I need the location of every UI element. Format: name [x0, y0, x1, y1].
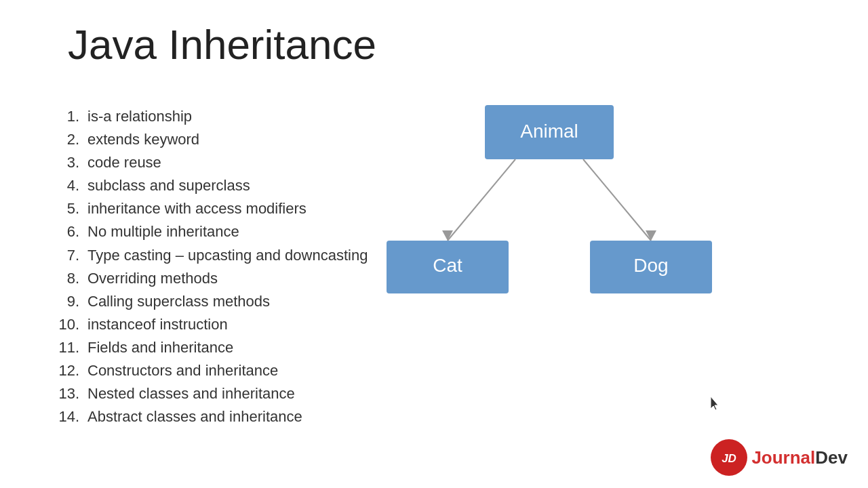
- list-item-2: 2.extends keyword: [51, 128, 368, 151]
- list-text: Fields and inheritance: [87, 336, 233, 359]
- list-item-1: 1.is-a relationship: [51, 105, 368, 128]
- list-num: 6.: [51, 220, 79, 243]
- list-item-13: 13.Nested classes and inheritance: [51, 382, 368, 405]
- logo: JD JournalDev: [711, 439, 848, 476]
- list-num: 5.: [51, 197, 79, 220]
- list-item-3: 3.code reuse: [51, 151, 368, 174]
- list-text: is-a relationship: [87, 105, 192, 128]
- list-item-10: 10.instanceof instruction: [51, 313, 368, 336]
- list-item-8: 8.Overriding methods: [51, 267, 368, 290]
- svg-line-2: [583, 159, 651, 241]
- cat-label: Cat: [433, 255, 462, 276]
- svg-text:JD: JD: [722, 452, 737, 465]
- topic-list: 1.is-a relationship2.extends keyword3.co…: [51, 105, 368, 428]
- list-text: inheritance with access modifiers: [87, 197, 307, 220]
- dog-label: Dog: [633, 255, 668, 276]
- list-num: 8.: [51, 267, 79, 290]
- list-text: Type casting – upcasting and downcasting: [87, 244, 368, 267]
- page-title: Java Inheritance: [68, 20, 376, 68]
- list-text: Constructors and inheritance: [87, 359, 278, 382]
- list-num: 3.: [51, 151, 79, 174]
- list-num: 12.: [51, 359, 79, 382]
- list-num: 14.: [51, 405, 79, 428]
- list-text: Calling superclass methods: [87, 290, 270, 313]
- list-text: extends keyword: [87, 128, 199, 151]
- list-text: subclass and superclass: [87, 174, 250, 197]
- list-num: 7.: [51, 244, 79, 267]
- list-text: instanceof instruction: [87, 313, 228, 336]
- list-num: 11.: [51, 336, 79, 359]
- list-item-7: 7.Type casting – upcasting and downcasti…: [51, 244, 368, 267]
- cursor: [708, 395, 724, 411]
- list-num: 2.: [51, 128, 79, 151]
- list-text: No multiple inheritance: [87, 220, 239, 243]
- animal-label: Animal: [520, 121, 578, 142]
- inheritance-diagram: Animal Cat Dog: [359, 95, 739, 305]
- list-num: 4.: [51, 174, 79, 197]
- list-text: code reuse: [87, 151, 161, 174]
- list-num: 13.: [51, 382, 79, 405]
- list-text: Nested classes and inheritance: [87, 382, 295, 405]
- list-item-4: 4.subclass and superclass: [51, 174, 368, 197]
- list-item-9: 9.Calling superclass methods: [51, 290, 368, 313]
- list-item-11: 11.Fields and inheritance: [51, 336, 368, 359]
- logo-icon: JD: [711, 439, 747, 476]
- list-text: Abstract classes and inheritance: [87, 405, 302, 428]
- list-item-14: 14.Abstract classes and inheritance: [51, 405, 368, 428]
- list-item-12: 12.Constructors and inheritance: [51, 359, 368, 382]
- logo-text: JournalDev: [751, 447, 848, 468]
- list-num: 1.: [51, 105, 79, 128]
- list-item-6: 6.No multiple inheritance: [51, 220, 368, 243]
- list-item-5: 5.inheritance with access modifiers: [51, 197, 368, 220]
- list-num: 10.: [51, 313, 79, 336]
- list-num: 9.: [51, 290, 79, 313]
- list-text: Overriding methods: [87, 267, 218, 290]
- svg-line-1: [448, 159, 515, 241]
